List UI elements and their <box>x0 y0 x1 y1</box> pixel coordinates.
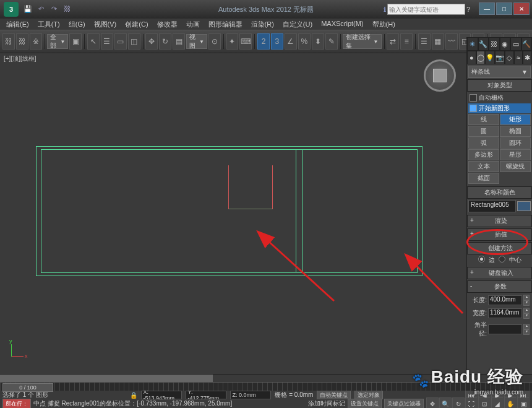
nav-zoom-ext-icon[interactable]: ⊡ <box>478 397 491 408</box>
corner-spin-up[interactable]: ▴ <box>523 324 530 329</box>
autogrid-checkbox[interactable] <box>470 94 477 102</box>
timeline[interactable]: 0 / 100 <box>0 382 532 391</box>
width-spin-down[interactable]: ▾ <box>523 313 530 319</box>
menu-group[interactable]: 组(G) <box>65 19 89 30</box>
corner-spin-down[interactable]: ▾ <box>523 329 530 335</box>
select-region-icon[interactable]: ▭ <box>114 33 127 50</box>
keyboard-icon[interactable]: ⌨ <box>239 33 252 50</box>
graphite-icon[interactable]: ▦ <box>432 33 444 50</box>
tab-create[interactable]: ✳ <box>467 37 478 51</box>
search-input[interactable] <box>387 4 465 15</box>
menu-maxscript[interactable]: MAXScript(M) <box>317 19 367 30</box>
setkey-button[interactable]: 设置关键点 <box>348 399 382 408</box>
select-name-icon[interactable]: ☰ <box>101 33 113 50</box>
rollout-params[interactable]: -参数 <box>467 280 532 293</box>
menu-modifier[interactable]: 修改器 <box>153 19 181 30</box>
menu-render[interactable]: 渲染(R) <box>247 19 278 30</box>
shape-rectangle-divider[interactable] <box>296 149 303 272</box>
tab-modify[interactable]: 🔧 <box>478 37 489 51</box>
corner-input[interactable] <box>488 324 522 334</box>
rollout-object-type[interactable]: 对象类型 <box>467 79 532 92</box>
window-crossing-icon[interactable]: ◫ <box>128 33 140 50</box>
tab-display[interactable]: ▭ <box>510 37 521 51</box>
menu-custom[interactable]: 自定义(U) <box>279 19 316 30</box>
redo-icon[interactable]: ↷ <box>48 3 59 14</box>
autokey-button[interactable]: 自动关键点 <box>317 390 351 400</box>
subtab-systems[interactable]: ✱ <box>523 51 532 64</box>
tab-hierarchy[interactable]: ⛓ <box>489 37 500 51</box>
align-icon[interactable]: ≡ <box>400 33 413 50</box>
rollout-interp[interactable]: +插值 <box>467 228 532 241</box>
pivot-icon[interactable]: ⊙ <box>208 33 221 50</box>
nav-max2-icon[interactable]: ▣ <box>517 397 530 408</box>
named-sets-dropdown[interactable]: 创建选择集 <box>343 34 381 49</box>
nav-fov-icon[interactable]: ◢ <box>491 397 504 408</box>
width-spin-up[interactable]: ▴ <box>523 308 530 313</box>
btn-circle[interactable]: 圆 <box>468 126 499 137</box>
btn-star[interactable]: 星形 <box>500 149 531 160</box>
maximize-button[interactable]: □ <box>496 2 512 15</box>
angle-snap-icon[interactable]: ∠ <box>285 33 297 50</box>
manip-icon[interactable]: ✦ <box>226 33 239 50</box>
nav-pan2-icon[interactable]: ✋ <box>504 397 517 408</box>
btn-text[interactable]: 文本 <box>468 161 499 172</box>
subtab-spacewarps[interactable]: ≈ <box>514 51 523 64</box>
link-icon[interactable]: ⛓ <box>2 33 15 50</box>
menu-edit[interactable]: 编辑(E) <box>2 19 33 30</box>
nav-pan-icon[interactable]: ✥ <box>426 397 439 408</box>
tab-utilities[interactable]: 🔨 <box>521 37 533 51</box>
keyfilter-button[interactable]: 关键点过滤器 <box>384 399 424 408</box>
rollout-method[interactable]: -创建方法 <box>467 242 532 254</box>
coord-x[interactable]: X: -513.943mm <box>141 391 182 399</box>
rollout-render[interactable]: +渲染 <box>467 215 532 227</box>
btn-line[interactable]: 线 <box>468 114 499 125</box>
unlink-icon[interactable]: ⛓ <box>16 33 28 50</box>
rollout-name-color[interactable]: 名称和颜色 <box>467 186 532 199</box>
viewcube[interactable] <box>424 59 456 92</box>
save-icon[interactable]: 💾 <box>22 3 33 14</box>
btn-donut[interactable]: 圆环 <box>500 137 531 149</box>
subtab-lights[interactable]: 💡 <box>485 51 495 64</box>
mirror-icon[interactable]: ⇄ <box>387 33 399 50</box>
menu-help[interactable]: 帮助(H) <box>369 19 399 30</box>
edit-named-icon[interactable]: ✎ <box>325 33 338 50</box>
width-input[interactable]: 1164.0mm <box>488 308 522 318</box>
info-icon[interactable]: ℹ <box>384 6 386 14</box>
now-button[interactable]: 所在行： <box>2 399 31 408</box>
subtab-helpers[interactable]: ◇ <box>505 51 514 64</box>
select-object-icon[interactable]: ↖ <box>87 33 100 50</box>
selection-filter-dropdown[interactable]: 全部 <box>47 34 68 49</box>
btn-section[interactable]: 截面 <box>468 173 499 184</box>
btn-helix[interactable]: 螺旋线 <box>500 161 531 172</box>
menu-anim[interactable]: 动画 <box>182 19 204 30</box>
object-color-swatch[interactable] <box>517 201 531 211</box>
coord-y[interactable]: Y: -412.775mm <box>186 391 226 399</box>
rollout-keyboard[interactable]: +键盘输入 <box>467 267 532 279</box>
start-new-checkbox[interactable] <box>470 105 477 112</box>
snap-2d-icon[interactable]: 2 <box>257 33 270 50</box>
btn-rectangle[interactable]: 矩形 <box>500 114 531 125</box>
object-name-input[interactable]: Rectangle005 <box>468 200 516 212</box>
undo-icon[interactable]: ↶ <box>35 3 46 14</box>
help-icon[interactable]: ? <box>466 6 470 13</box>
menu-graph[interactable]: 图形编辑器 <box>205 19 246 30</box>
spinner-snap-icon[interactable]: ⬍ <box>312 33 324 50</box>
viewport-scrollbar[interactable] <box>0 374 532 382</box>
scale-icon[interactable]: ▤ <box>173 33 185 50</box>
nav-zoom-icon[interactable]: 🔍 <box>439 397 452 408</box>
move-icon[interactable]: ✥ <box>145 33 158 50</box>
coord-z[interactable]: Z: 0.0mm <box>230 391 271 399</box>
tab-motion[interactable]: ◉ <box>500 37 511 51</box>
length-input[interactable]: 400.0mm <box>488 295 522 305</box>
btn-arc[interactable]: 弧 <box>468 137 499 149</box>
rotate-icon[interactable]: ↻ <box>159 33 171 50</box>
viewport[interactable]: [+][顶][线框] xy <box>0 53 467 374</box>
nav-max-icon[interactable]: ⛶ <box>465 397 478 408</box>
radio-edge[interactable] <box>478 256 485 263</box>
snap-3d-icon[interactable]: 3 <box>271 33 283 50</box>
btn-ngon[interactable]: 多边形 <box>468 149 499 160</box>
subtab-shapes[interactable]: ◯ <box>476 51 486 64</box>
menu-view[interactable]: 视图(V) <box>90 19 121 30</box>
radio-center[interactable] <box>499 256 505 263</box>
btn-ellipse[interactable]: 椭圆 <box>500 126 531 137</box>
